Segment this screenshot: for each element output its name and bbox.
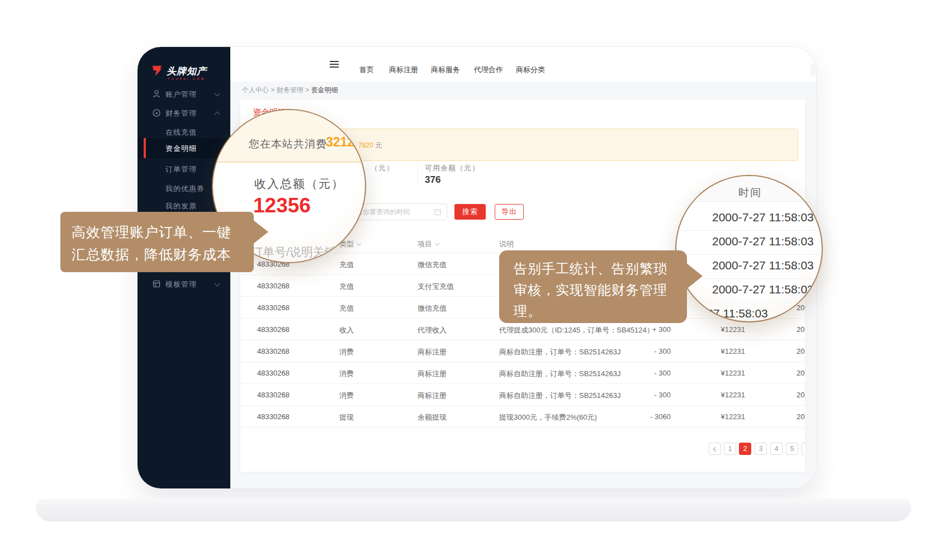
pagination-prev-button[interactable] <box>709 443 721 455</box>
pagination-next-button[interactable] <box>802 443 805 455</box>
cell-time: 2000-7-27 11:58:03 <box>797 412 805 421</box>
pagination-page-4[interactable]: 4 <box>770 443 783 455</box>
chevron-down-icon <box>215 91 220 97</box>
breadcrumb-item-current: 资金明细 <box>311 86 338 94</box>
svg-text:¥: ¥ <box>155 111 158 116</box>
lens-row-separator <box>676 230 823 231</box>
cell-balance: ¥12231 <box>682 347 745 355</box>
sidebar-item-label: 我的优惠券 <box>165 184 205 194</box>
pagination-page-5[interactable]: 5 <box>786 443 798 455</box>
cell-type: 消费 <box>339 347 354 357</box>
nav-link-agent-cooperation[interactable]: 代理合作 <box>474 65 503 75</box>
template-icon <box>152 279 161 288</box>
cell-project: 代理收入 <box>418 325 447 335</box>
sidebar-item-label: 模板管理 <box>165 279 197 290</box>
cell-project: 商标注册 <box>418 369 447 379</box>
available-balance-label: 可用余额（元） <box>425 163 480 173</box>
lens-time-value: 2000-7-27 11:58:03 <box>712 283 814 296</box>
breadcrumb-item[interactable]: 个人中心 <box>242 86 269 94</box>
cell-balance: ¥12231 <box>682 369 745 377</box>
cell-time: 2000-7-27 11:58:03 <box>797 325 805 334</box>
magnifier-lens-right: 时间 2000-7-27 11:58:03 2000-7-27 11:58:03… <box>675 175 823 322</box>
sidebar-item-label: 资金明细 <box>165 144 197 154</box>
pagination-page-1[interactable]: 1 <box>724 443 736 455</box>
sidebar-item-account[interactable]: 账户管理 <box>138 84 230 104</box>
callout-right-line3: 理。 <box>514 301 687 322</box>
search-button[interactable]: 搜索 <box>454 204 486 220</box>
table-row: 48330268 消费 商标注册 商标自助注册，订单号：SB2514263J -… <box>240 340 805 362</box>
cell-order-no: 48330268 <box>257 325 290 334</box>
cell-time: 2000-7-27 11:58:03 <box>797 391 805 399</box>
sort-caret-icon <box>357 241 361 245</box>
breadcrumb-item[interactable]: 财务管理 <box>277 86 304 94</box>
callout-left-line1: 高效管理账户订单、一键 <box>72 221 254 243</box>
export-button[interactable]: 导出 <box>495 204 524 220</box>
banner-amount-value: 7820 <box>358 141 373 149</box>
brand-logo-icon <box>151 65 163 77</box>
cell-order-no: 48330268 <box>257 412 290 421</box>
trademark-search-input[interactable] <box>810 63 816 75</box>
nav-link-home[interactable]: 首页 <box>359 65 374 75</box>
cell-type: 充值 <box>339 303 354 314</box>
lens-time-value: 2000-7-27 11:58:03 <box>712 211 814 224</box>
cell-amount: - 3060 <box>598 412 671 421</box>
cell-amount: - 300 <box>598 391 671 399</box>
available-balance-value: 376 <box>425 174 440 186</box>
lens-row-separator <box>676 254 823 255</box>
hamburger-icon <box>330 64 339 65</box>
cell-amount: - 300 <box>598 369 671 377</box>
nav-link-trademark-category[interactable]: 商标分类 <box>516 65 545 75</box>
sidebar-item-fund-details[interactable]: 资金明细 <box>138 138 230 158</box>
cell-order-no: 48330268 <box>257 369 290 377</box>
cell-time: 2000-7-27 11:58:03 <box>797 369 805 377</box>
cell-project: 支付宝充值 <box>418 282 454 292</box>
cell-project: 余额提现 <box>418 412 447 423</box>
table-row: 48330268 消费 商标注册 商标自助注册，订单号：SB2514263J -… <box>240 383 805 405</box>
laptop-base <box>36 499 911 521</box>
cell-type: 消费 <box>339 391 354 401</box>
cell-project: 微信充值 <box>418 260 447 270</box>
sidebar-item-template[interactable]: 模板管理 <box>138 274 230 294</box>
cell-project: 商标注册 <box>418 347 447 357</box>
lens-banner-prefix: 您在本站共消费 <box>249 137 327 151</box>
callout-right-line2: 审核，实现智能财务管理 <box>514 279 687 301</box>
breadcrumb: 个人中心 > 财务管理 > 资金明细 <box>242 86 338 95</box>
lens-income-label: 收入总额（元） <box>254 176 344 192</box>
cell-order-no: 48330268 <box>257 282 290 290</box>
banner-amount-unit: 元 <box>375 141 382 149</box>
breadcrumb-separator: > <box>271 86 274 94</box>
cell-order-no: 48330268 <box>257 347 290 355</box>
cell-project: 商标注册 <box>418 391 447 401</box>
cell-order-no: 48330268 <box>257 303 290 312</box>
sidebar-item-finance[interactable]: ¥ 财务管理 <box>138 103 230 123</box>
lens-time-value: 2000-7-27 11:58:03 <box>712 259 814 272</box>
nav-link-trademark-register[interactable]: 商标注册 <box>389 65 418 75</box>
cell-balance: ¥12231 <box>682 412 745 421</box>
top-navigation: 首页 商标注册 商标服务 代理合作 商标分类 <box>230 47 816 82</box>
table-row: 48330268 提现 余额提现 提现3000元，手续费2%(60元) - 30… <box>240 405 805 427</box>
stats-divider <box>418 162 418 187</box>
expenditure-label: （元） <box>371 163 394 173</box>
sort-caret-icon <box>435 241 439 245</box>
menu-toggle-button[interactable] <box>325 59 344 70</box>
user-icon <box>152 89 161 98</box>
breadcrumb-separator: > <box>305 86 309 94</box>
pagination-page-3[interactable]: 3 <box>755 443 767 455</box>
cell-type: 消费 <box>339 369 354 379</box>
banner-amount: 7820 元 <box>358 141 382 150</box>
brand-name: 头牌知产 <box>167 65 207 78</box>
cell-description: 提现3000元，手续费2%(60元) <box>499 412 597 423</box>
table-row: 48330268 消费 商标注册 商标自助注册，订单号：SB2514263J -… <box>240 362 805 383</box>
table-bottom-border <box>240 427 805 428</box>
column-header-project[interactable]: 项目 <box>418 239 439 249</box>
chevron-up-icon <box>215 112 220 117</box>
pagination-page-2-active[interactable]: 2 <box>739 443 751 455</box>
sidebar-item-label: 订单管理 <box>165 164 197 174</box>
sidebar-item-label: 财务管理 <box>165 108 197 118</box>
sidebar-item-label: 我的发票 <box>165 201 197 211</box>
lens-time-value: 2000-7-27 11:58:03 <box>712 235 814 248</box>
cell-balance: ¥12231 <box>682 391 745 399</box>
column-header-project-label: 项目 <box>418 240 432 248</box>
brand-subtext: TOUPAI.COM <box>168 77 205 80</box>
nav-link-trademark-service[interactable]: 商标服务 <box>431 65 460 75</box>
